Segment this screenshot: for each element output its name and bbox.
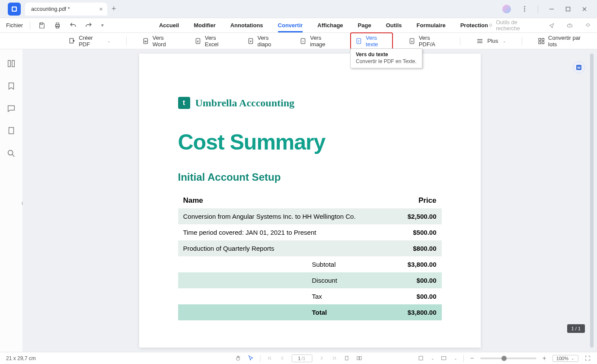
help-icon[interactable] — [585, 22, 591, 29]
kebab-menu-icon[interactable] — [521, 6, 527, 12]
more-icon — [476, 37, 484, 45]
next-page-icon[interactable] — [318, 355, 325, 361]
zoom-out-icon[interactable]: − — [470, 354, 474, 362]
menu-annotations[interactable]: Annotations — [230, 22, 263, 29]
user-avatar[interactable] — [502, 5, 511, 13]
menu-convertir[interactable]: Convertir — [278, 22, 303, 32]
cost-table: Name Price Conversion from Angular Syste… — [178, 193, 442, 320]
print-icon[interactable] — [54, 22, 61, 29]
menu-items: AccueilModifierAnnotationsConvertirAffic… — [159, 22, 488, 29]
qa-dropdown-icon[interactable]: ▼ — [100, 23, 105, 28]
zoom-thumb[interactable] — [501, 356, 507, 361]
fit-caret-icon[interactable]: ⌄ — [431, 356, 434, 361]
search-icon[interactable] — [6, 149, 16, 158]
doc-p-icon: P — [247, 37, 254, 45]
fullscreen-icon[interactable] — [584, 355, 591, 361]
menu-modifier[interactable]: Modifier — [194, 22, 216, 29]
convert-vers-image[interactable]: IVers image — [296, 33, 338, 49]
attachment-icon[interactable] — [6, 126, 16, 136]
redo-icon[interactable] — [85, 22, 93, 29]
file-menu[interactable]: Fichier — [6, 22, 23, 29]
svg-rect-35 — [9, 128, 14, 134]
svg-point-10 — [490, 24, 492, 26]
page-total: /1 — [301, 356, 305, 361]
two-page-icon[interactable] — [356, 355, 362, 361]
read-caret-icon[interactable]: ⌄ — [454, 356, 457, 361]
single-page-icon[interactable] — [343, 355, 350, 361]
undo-icon[interactable] — [69, 22, 77, 29]
convert-vers-word[interactable]: WVers Word — [139, 33, 179, 49]
svg-rect-9 — [56, 26, 59, 28]
batch-convert-button[interactable]: Convertir par lots — [534, 33, 591, 49]
convert-vers-diapo[interactable]: PVers diapo — [244, 33, 284, 49]
minimize-icon[interactable] — [549, 6, 555, 12]
search-tools[interactable]: Outils de recherche — [488, 19, 536, 32]
ribbon-toolbar: Créer PDF⌄ WVers WordEVers ExcelPVers di… — [0, 33, 597, 49]
select-tool-icon[interactable] — [247, 355, 254, 361]
thumbnails-icon[interactable] — [6, 59, 16, 68]
doc-a-icon: A — [409, 37, 415, 45]
share-icon[interactable] — [549, 22, 555, 29]
menu-right: Outils de recherche — [488, 19, 591, 32]
svg-text:P: P — [250, 40, 252, 42]
search-tools-label: Outils de recherche — [496, 19, 536, 32]
main-area: ▶ ◀ W t Umbrella Acccounting Cost Summar… — [0, 49, 597, 352]
scrollbar[interactable] — [590, 54, 594, 348]
hand-tool-icon[interactable] — [235, 355, 241, 361]
svg-rect-1 — [13, 7, 16, 11]
quick-access: ▼ — [30, 22, 105, 29]
titlebar: accounting.pdf * × + — [0, 0, 597, 18]
menu-page[interactable]: Page — [358, 22, 371, 29]
menu-outils[interactable]: Outils — [386, 22, 402, 29]
svg-rect-42 — [345, 356, 348, 360]
page-input[interactable]: 1 /1 — [291, 354, 312, 362]
create-pdf-button[interactable]: Créer PDF⌄ — [65, 33, 114, 49]
maximize-icon[interactable] — [565, 6, 571, 12]
convert-vers-excel[interactable]: EVers Excel — [191, 33, 232, 49]
summary-row-subtotal: Subtotal$3,800.00 — [178, 256, 442, 272]
new-tab-button[interactable]: + — [112, 4, 116, 13]
document-tab[interactable]: accounting.pdf * × — [25, 3, 107, 16]
zoom-value[interactable]: 100%⌄ — [552, 355, 578, 362]
svg-rect-31 — [539, 42, 541, 44]
th-name: Name — [178, 193, 395, 208]
close-tab-icon[interactable]: × — [99, 5, 103, 13]
zoom-slider[interactable] — [480, 358, 536, 359]
last-page-icon[interactable] — [331, 355, 337, 361]
tooltip-title: Vers du texte — [356, 51, 417, 57]
convert-vers-texte[interactable]: TVers texte — [350, 32, 393, 50]
bookmark-icon[interactable] — [6, 81, 16, 91]
create-pdf-label: Créer PDF — [79, 35, 103, 48]
qa-separator — [30, 22, 30, 29]
first-page-icon[interactable] — [266, 355, 273, 361]
svg-rect-44 — [359, 357, 361, 360]
zoom-in-icon[interactable]: + — [543, 354, 546, 362]
page-dimensions: 21 x 29,7 cm — [6, 355, 36, 361]
page-current: 1 — [298, 356, 300, 361]
brand-logo-icon: t — [178, 97, 190, 109]
brand-row: t Umbrella Acccounting — [178, 97, 442, 109]
menu-affichage[interactable]: Affichage — [317, 22, 343, 29]
more-button[interactable]: Plus⌄ — [472, 35, 509, 47]
prev-page-icon[interactable] — [279, 355, 285, 361]
word-float-button[interactable]: W — [573, 61, 585, 73]
svg-rect-33 — [8, 61, 11, 67]
read-mode-icon[interactable] — [441, 355, 447, 361]
table-row: Conversion from Angular Systems Inc. to … — [178, 208, 442, 224]
window-controls — [502, 5, 597, 13]
fit-width-icon[interactable] — [418, 355, 424, 361]
app-logo[interactable] — [8, 3, 21, 16]
menu-accueil[interactable]: Accueil — [159, 22, 179, 29]
cloud-icon[interactable] — [567, 22, 573, 29]
document-canvas[interactable]: W t Umbrella Acccounting Cost Summary In… — [22, 49, 597, 352]
save-icon[interactable] — [38, 22, 46, 29]
separator — [460, 37, 460, 45]
close-window-icon[interactable] — [581, 6, 587, 12]
menu-protection[interactable]: Protection — [460, 22, 488, 29]
menu-formulaire[interactable]: Formulaire — [417, 22, 446, 29]
svg-rect-3 — [566, 7, 570, 11]
convert-vers-pdf/a[interactable]: AVers PDF/A — [405, 33, 448, 49]
doc-w-icon: W — [142, 37, 149, 45]
comment-icon[interactable] — [6, 104, 16, 113]
doc-title: Cost Summary — [178, 130, 442, 155]
